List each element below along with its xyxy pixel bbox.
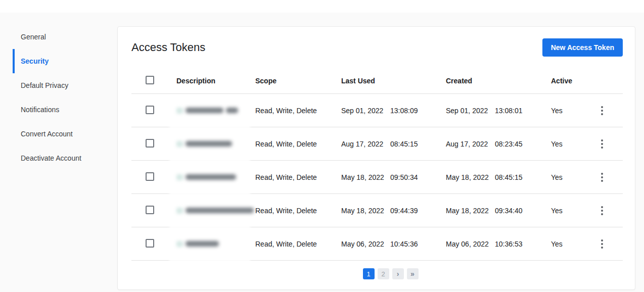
last-used-time: 09:50:34 [390,173,418,181]
created-cell: Aug 17, 202208:23:45 [446,140,551,148]
sidebar-item-deactivate-account[interactable]: Deactivate Account [0,146,117,170]
active-status: Yes [551,207,597,215]
scope-cell: Read, Write, Delete [255,140,341,148]
table-header-row: Description Scope Last Used Created Acti… [131,68,623,94]
last-used-date: Aug 17, 2022 [341,140,390,148]
access-tokens-table: Description Scope Last Used Created Acti… [131,68,623,261]
panel-title: Access Tokens [131,41,205,54]
active-status: Yes [551,173,597,181]
table-row: Read, Write, DeleteSep 01, 202213:08:09S… [131,94,623,127]
last-used-date: May 06, 2022 [341,240,390,248]
page-2-button[interactable]: 2 [378,268,389,279]
row-checkbox[interactable] [146,172,154,181]
column-header-active: Active [551,77,597,85]
top-bar [0,0,644,13]
table-row: Read, Write, DeleteMay 06, 202210:45:36M… [131,227,623,261]
last-used-cell: May 18, 202209:44:39 [341,207,446,215]
last-used-date: May 18, 2022 [341,207,390,215]
last-used-cell: May 18, 202209:50:34 [341,173,446,181]
table-body: Read, Write, DeleteSep 01, 202213:08:09S… [131,94,623,261]
scope-cell: Read, Write, Delete [255,240,341,248]
redacted-text [226,108,238,113]
sidebar-item-convert-account[interactable]: Convert Account [0,122,117,146]
column-header-scope: Scope [255,77,341,85]
sidebar-item-label: Default Privacy [21,81,68,89]
pagination: 12›» [132,261,644,292]
token-description-redacted [176,127,255,160]
redacted-icon [176,141,183,147]
row-checkbox[interactable] [146,139,154,148]
created-date: Sep 01, 2022 [446,107,495,115]
table-row: Read, Write, DeleteAug 17, 202208:45:15A… [131,127,623,161]
active-indicator [13,49,15,73]
redacted-text [186,174,236,180]
created-time: 13:08:01 [495,107,523,115]
scope-cell: Read, Write, Delete [255,207,341,215]
sidebar-item-security[interactable]: Security [0,49,117,73]
last-used-date: Sep 01, 2022 [341,107,390,115]
created-date: May 18, 2022 [446,173,495,181]
sidebar-item-label: Notifications [21,106,59,114]
table-row: Read, Write, DeleteMay 18, 202209:44:39M… [131,194,623,227]
created-date: May 06, 2022 [446,240,495,248]
created-time: 08:23:45 [495,140,523,148]
column-header-last-used: Last Used [341,77,446,85]
created-time: 09:34:40 [495,207,523,215]
last-used-cell: May 06, 202210:45:36 [341,240,446,248]
page-1-button[interactable]: 1 [363,268,375,279]
next-page-button[interactable]: › [392,268,404,279]
sidebar-item-label: Deactivate Account [21,154,81,162]
redacted-icon [176,174,183,180]
row-checkbox[interactable] [146,206,154,214]
redacted-text [186,241,219,247]
kebab-menu-icon[interactable] [598,204,606,217]
new-access-token-button[interactable]: New Access Token [542,38,623,57]
redacted-icon [176,108,183,114]
sidebar-item-label: General [21,33,46,41]
last-used-time: 08:45:15 [390,140,418,148]
token-description-redacted [176,94,255,127]
sidebar-item-notifications[interactable]: Notifications [0,98,117,122]
redacted-text [186,141,232,147]
table-row: Read, Write, DeleteMay 18, 202209:50:34M… [131,161,623,194]
created-date: May 18, 2022 [446,207,495,215]
kebab-menu-icon[interactable] [598,171,606,184]
redacted-icon [176,241,183,247]
token-description-redacted [176,161,255,193]
last-used-date: May 18, 2022 [341,173,390,181]
token-description-redacted [176,227,255,260]
active-status: Yes [551,140,597,148]
last-used-time: 13:08:09 [390,107,418,115]
sidebar-item-label: Convert Account [21,130,73,138]
redacted-icon [176,208,183,214]
token-description-redacted [176,194,255,227]
row-checkbox[interactable] [146,239,154,248]
kebab-menu-icon[interactable] [598,237,606,251]
sidebar-item-general[interactable]: General [0,25,117,49]
kebab-menu-icon[interactable] [598,137,606,151]
created-cell: May 06, 202210:36:53 [446,240,551,248]
last-page-button[interactable]: » [407,268,419,279]
created-cell: May 18, 202208:45:15 [446,173,551,181]
row-checkbox[interactable] [146,106,154,114]
select-all-checkbox[interactable] [146,76,154,84]
created-time: 08:45:15 [495,173,523,181]
redacted-text [186,108,223,113]
active-status: Yes [551,240,597,248]
column-header-created: Created [446,77,551,85]
panel-header: Access Tokens New Access Token [118,27,635,68]
created-date: Aug 17, 2022 [446,140,495,148]
last-used-cell: Aug 17, 202208:45:15 [341,140,446,148]
last-used-time: 10:45:36 [390,240,418,248]
settings-sidebar: GeneralSecurityDefault PrivacyNotificati… [0,25,117,170]
created-cell: Sep 01, 202213:08:01 [446,107,551,115]
created-time: 10:36:53 [495,240,523,248]
column-header-description: Description [176,77,255,85]
access-tokens-panel: Access Tokens New Access Token Descripti… [117,26,635,290]
kebab-menu-icon[interactable] [598,104,606,117]
sidebar-item-default-privacy[interactable]: Default Privacy [0,73,117,98]
redacted-text [186,208,254,213]
sidebar-item-label: Security [21,57,49,65]
last-used-cell: Sep 01, 202213:08:09 [341,107,446,115]
created-cell: May 18, 202209:34:40 [446,207,551,215]
